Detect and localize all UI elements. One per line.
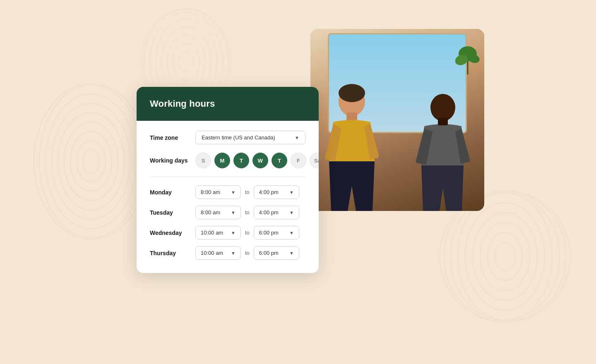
svg-point-13 xyxy=(465,203,545,310)
thursday-start-value: 10:00 am xyxy=(201,250,223,256)
day-thursday[interactable]: T xyxy=(272,153,287,168)
wednesday-to-label: to xyxy=(245,230,250,236)
svg-point-12 xyxy=(473,213,537,300)
day-wednesday-label: W xyxy=(258,158,263,164)
svg-point-29 xyxy=(430,94,455,121)
person-yellow-icon xyxy=(321,79,383,211)
working-days-label: Working days xyxy=(150,157,195,164)
tuesday-end-arrow-icon: ▼ xyxy=(289,210,294,215)
day-thursday-label: T xyxy=(278,158,281,164)
svg-rect-30 xyxy=(438,118,448,125)
tuesday-end-select[interactable]: 4:00 pm ▼ xyxy=(254,206,299,219)
monday-to-label: to xyxy=(245,189,250,195)
thursday-row: Thursday 10:00 am ▼ to 6:00 pm ▼ xyxy=(150,246,305,260)
timezone-label: Time zone xyxy=(150,134,195,141)
tuesday-start-value: 8:00 am xyxy=(201,209,220,216)
svg-point-4 xyxy=(58,113,124,210)
svg-point-15 xyxy=(450,192,560,321)
card-header: Working hours xyxy=(137,87,319,121)
day-sunday-label: S xyxy=(202,158,205,164)
monday-end-select[interactable]: 4:00 pm ▼ xyxy=(254,185,299,199)
monday-start-select[interactable]: 8:00 am ▼ xyxy=(195,185,241,199)
main-container: Working hours Time zone Eastern time (US… xyxy=(137,62,459,302)
tuesday-end-value: 4:00 pm xyxy=(259,209,279,216)
day-friday-label: F xyxy=(297,158,300,164)
day-tuesday-label: T xyxy=(240,158,243,164)
day-friday[interactable]: F xyxy=(291,153,306,168)
day-monday[interactable]: M xyxy=(214,153,230,168)
thursday-start-select[interactable]: 10:00 am ▼ xyxy=(195,246,241,260)
working-days-row: Working days S M T W T xyxy=(150,153,305,168)
tuesday-to-label: to xyxy=(245,209,250,216)
wednesday-end-arrow-icon: ▼ xyxy=(289,230,294,235)
monday-row: Monday 8:00 am ▼ to 4:00 pm ▼ xyxy=(150,185,305,199)
thursday-end-select[interactable]: 6:00 pm ▼ xyxy=(254,246,299,260)
thursday-to-label: to xyxy=(245,250,250,256)
wednesday-end-value: 6:00 pm xyxy=(259,230,279,236)
svg-point-10 xyxy=(488,232,522,280)
tuesday-start-arrow-icon: ▼ xyxy=(231,210,236,215)
divider xyxy=(150,177,305,177)
day-monday-label: M xyxy=(220,158,225,164)
tuesday-row: Tuesday 8:00 am ▼ to 4:00 pm ▼ xyxy=(150,206,305,219)
monday-start-value: 8:00 am xyxy=(201,189,220,195)
monday-start-arrow-icon: ▼ xyxy=(231,190,236,195)
svg-point-3 xyxy=(64,122,118,201)
thursday-end-value: 6:00 pm xyxy=(259,250,279,256)
photo-card xyxy=(310,29,484,211)
svg-point-1 xyxy=(77,141,106,182)
svg-point-27 xyxy=(339,84,365,102)
thursday-end-arrow-icon: ▼ xyxy=(289,251,294,256)
svg-point-0 xyxy=(83,149,99,174)
tuesday-label: Tuesday xyxy=(150,209,195,216)
thursday-start-arrow-icon: ▼ xyxy=(231,251,236,256)
person-dark-icon xyxy=(414,87,472,211)
timezone-row: Time zone Eastern time (US and Canada) ▼ xyxy=(150,131,305,144)
monday-end-value: 4:00 pm xyxy=(259,189,279,195)
tuesday-start-select[interactable]: 8:00 am ▼ xyxy=(195,206,241,219)
wednesday-end-select[interactable]: 6:00 pm ▼ xyxy=(254,226,299,239)
wednesday-start-select[interactable]: 10:00 am ▼ xyxy=(195,226,241,239)
wednesday-start-value: 10:00 am xyxy=(201,230,223,236)
wednesday-label: Wednesday xyxy=(150,230,195,236)
day-sunday[interactable]: S xyxy=(195,153,211,168)
timezone-value: Eastern time (US and Canada) xyxy=(202,134,275,141)
svg-point-9 xyxy=(495,242,515,271)
svg-rect-28 xyxy=(346,113,357,121)
timezone-select[interactable]: Eastern time (US and Canada) ▼ xyxy=(195,131,305,144)
svg-point-8 xyxy=(34,84,148,239)
wednesday-start-arrow-icon: ▼ xyxy=(231,230,236,235)
monday-label: Monday xyxy=(150,189,195,196)
days-container: S M T W T F xyxy=(195,153,319,168)
monday-end-arrow-icon: ▼ xyxy=(289,190,294,195)
svg-point-6 xyxy=(46,94,137,229)
day-saturday-label: Sa xyxy=(314,158,319,164)
svg-point-7 xyxy=(39,85,143,238)
timezone-dropdown-arrow-icon: ▼ xyxy=(295,135,299,140)
svg-point-5 xyxy=(52,103,130,219)
day-tuesday[interactable]: T xyxy=(233,153,249,168)
svg-point-14 xyxy=(458,193,552,320)
day-saturday[interactable]: Sa xyxy=(310,153,319,168)
wednesday-row: Wednesday 10:00 am ▼ to 6:00 pm ▼ xyxy=(150,226,305,239)
card-body: Time zone Eastern time (US and Canada) ▼… xyxy=(137,121,319,273)
working-hours-card: Working hours Time zone Eastern time (US… xyxy=(137,87,319,273)
card-title: Working hours xyxy=(150,98,215,109)
day-wednesday[interactable]: W xyxy=(252,153,268,168)
thursday-label: Thursday xyxy=(150,250,195,256)
